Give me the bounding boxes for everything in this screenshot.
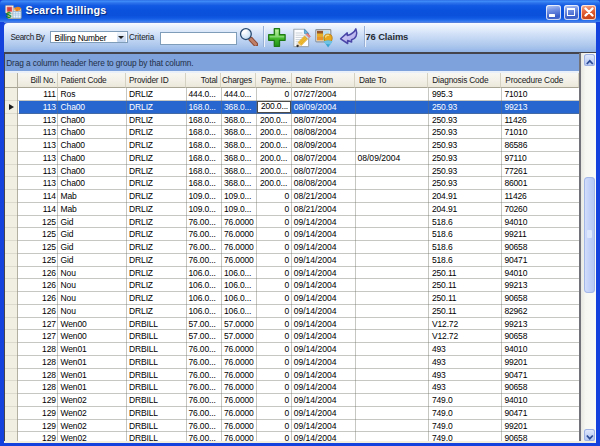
svg-text:$: $	[6, 10, 11, 19]
